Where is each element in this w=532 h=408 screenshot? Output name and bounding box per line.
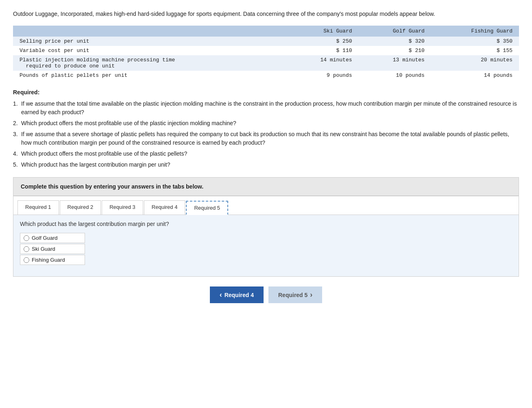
tab-required-5[interactable]: Required 5 <box>186 201 228 215</box>
fishing-processing-time: 20 minutes <box>431 55 519 71</box>
tab-required-1[interactable]: Required 1 <box>17 200 59 215</box>
chevron-left-icon <box>220 291 222 299</box>
tab-required-2[interactable]: Required 2 <box>60 200 101 215</box>
radio-golf[interactable] <box>24 235 29 241</box>
question-4: 4. Which product offers the most profita… <box>13 150 519 158</box>
fishing-variable-cost: $ 155 <box>431 46 519 55</box>
golf-processing-time: 13 minutes <box>359 55 431 71</box>
col-header-golf: Golf Guard <box>359 26 431 37</box>
table-row: Variable cost per unit $ 110 $ 210 $ 155 <box>13 46 519 55</box>
intro-paragraph: Outdoor Luggage, Incorporated, makes hig… <box>13 10 519 18</box>
tab-required-3[interactable]: Required 3 <box>102 200 143 215</box>
row-label: Variable cost per unit <box>13 46 286 55</box>
table-row: Plastic injection molding machine proces… <box>13 55 519 71</box>
ski-processing-time: 14 minutes <box>286 55 358 71</box>
prev-button[interactable]: Required 4 <box>210 286 264 303</box>
col-header-fishing: Fishing Guard <box>431 26 519 37</box>
radio-ski[interactable] <box>24 246 29 252</box>
tabs-bar: Required 1 Required 2 Required 3 Require… <box>13 196 519 215</box>
radio-option-golf[interactable]: Golf Guard <box>20 233 85 243</box>
tab-question-text: Which product has the largest contributi… <box>20 221 512 227</box>
prev-button-label: Required 4 <box>225 292 254 298</box>
radio-fishing[interactable] <box>24 257 29 263</box>
golf-selling-price: $ 320 <box>359 37 431 46</box>
row-label: Plastic injection molding machine proces… <box>13 55 286 71</box>
tab-required-4[interactable]: Required 4 <box>144 200 185 215</box>
radio-option-fishing[interactable]: Fishing Guard <box>20 255 85 265</box>
complete-box: Complete this question by entering your … <box>13 177 519 196</box>
fishing-pellets: 14 pounds <box>431 71 519 80</box>
row-label: Pounds of plastic pellets per unit <box>13 71 286 80</box>
question-1: 1. If we assume that the total time avai… <box>13 100 519 117</box>
radio-ski-label: Ski Guard <box>32 246 55 252</box>
question-2: 2. Which product offers the most profita… <box>13 119 519 128</box>
chevron-right-icon <box>310 291 312 299</box>
radio-golf-label: Golf Guard <box>32 235 58 241</box>
col-header-ski: Ski Guard <box>286 26 358 37</box>
tabs-container: Required 1 Required 2 Required 3 Require… <box>13 196 519 277</box>
next-button[interactable]: Required 5 <box>268 286 322 303</box>
tab-content-area: Which product has the largest contributi… <box>13 215 519 276</box>
row-label: Selling price per unit <box>13 37 286 46</box>
ski-pellets: 9 pounds <box>286 71 358 80</box>
table-row: Selling price per unit $ 250 $ 320 $ 350 <box>13 37 519 46</box>
table-row: Pounds of plastic pellets per unit 9 pou… <box>13 71 519 80</box>
radio-option-ski[interactable]: Ski Guard <box>20 244 85 254</box>
col-header-label <box>13 26 286 37</box>
nav-buttons: Required 4 Required 5 <box>13 286 519 311</box>
question-5: 5. Which product has the largest contrib… <box>13 161 519 169</box>
ski-selling-price: $ 250 <box>286 37 358 46</box>
next-button-label: Required 5 <box>278 292 307 298</box>
fishing-selling-price: $ 350 <box>431 37 519 46</box>
required-heading: Required: <box>13 89 519 95</box>
question-3: 3. If we assume that a severe shortage o… <box>13 130 519 147</box>
ski-variable-cost: $ 110 <box>286 46 358 55</box>
radio-group: Golf Guard Ski Guard Fishing Guard <box>20 233 512 265</box>
golf-pellets: 10 pounds <box>359 71 431 80</box>
golf-variable-cost: $ 210 <box>359 46 431 55</box>
data-table: Ski Guard Golf Guard Fishing Guard Selli… <box>13 26 519 80</box>
radio-fishing-label: Fishing Guard <box>32 257 65 263</box>
questions-list: 1. If we assume that the total time avai… <box>13 100 519 169</box>
